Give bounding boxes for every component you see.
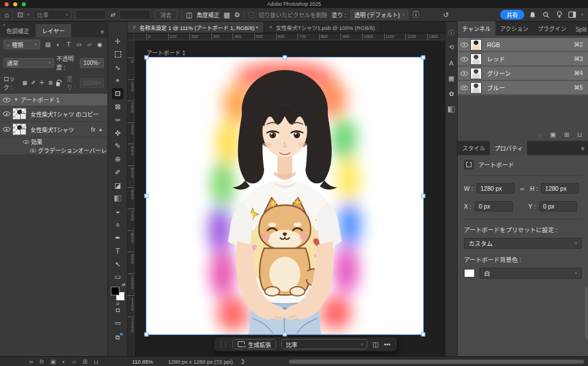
lock-artboard-icon[interactable]: ⊞	[47, 79, 54, 87]
straighten-icon[interactable]: ◫	[186, 11, 192, 18]
preset-select[interactable]: カスタム˅	[464, 238, 582, 249]
link-dimensions-icon[interactable]: ∞	[520, 186, 524, 192]
lock-all-icon[interactable]	[56, 82, 60, 86]
clone-stamp-tool[interactable]: ⊕	[112, 153, 123, 165]
object-selection-tool[interactable]: ⌖	[112, 75, 123, 86]
crop-width-field[interactable]	[75, 10, 106, 20]
search-icon[interactable]	[541, 10, 551, 20]
layer-row-main[interactable]: 女性柴犬Tシャツ fx ▲	[0, 122, 107, 137]
new-channel-icon[interactable]: ⊞	[564, 131, 569, 138]
collapse-panels-icon[interactable]: «	[3, 22, 5, 28]
properties-scrollbar[interactable]	[585, 287, 587, 339]
close-tab-icon[interactable]: ×	[269, 24, 273, 30]
x-field[interactable]: 0 px	[475, 201, 513, 211]
close-window-button[interactable]	[5, 2, 9, 6]
y-field[interactable]: 0 px	[539, 201, 577, 211]
layer-fx-badge[interactable]: fx	[91, 126, 95, 133]
visibility-eye-icon[interactable]	[28, 148, 38, 153]
load-selection-icon[interactable]: ◌	[538, 132, 542, 138]
channel-row-レッド[interactable]: レッド⌘3	[458, 52, 588, 67]
channel-row-グリーン[interactable]: グリーン⌘4	[458, 67, 588, 81]
new-layer-icon[interactable]: ⊞	[83, 359, 87, 365]
status-chevron-icon[interactable]: ❯	[241, 359, 245, 364]
link-layers-icon[interactable]: ∞	[29, 359, 33, 365]
channel-row-RGB[interactable]: RGB⌘2	[458, 38, 588, 52]
tab-panel-1[interactable]: アクション	[496, 21, 533, 36]
generative-expand-button[interactable]: 生成拡張	[233, 339, 276, 349]
visibility-eye-icon[interactable]	[21, 140, 31, 144]
ruler-origin-corner[interactable]	[127, 33, 134, 40]
healing-brush-tool[interactable]: ✜	[112, 128, 123, 139]
collapse-effects-icon[interactable]: ▲	[98, 127, 103, 132]
layer-mask-icon[interactable]: ▣	[51, 359, 56, 365]
artboard-label[interactable]: アートボード 1	[146, 48, 185, 57]
document-tab-2[interactable]: ×女性柴犬Tシャツ1.psb @ 100% (RGB/8)	[264, 22, 381, 33]
crop-tool-caret-icon[interactable]: ˅	[27, 13, 29, 17]
adjustment-layer-icon[interactable]: ◐	[62, 359, 65, 365]
tab-channels[interactable]: チャンネル	[458, 21, 496, 36]
document-tab-1[interactable]: ×名称未設定 1 @ 111% (アートボード 1, RGB/8) *	[127, 22, 264, 33]
selection-handle[interactable]	[421, 333, 425, 337]
gradient-tool[interactable]	[112, 193, 123, 205]
lock-transparency-icon[interactable]: ▦	[21, 79, 28, 87]
history-panel-icon[interactable]: ⟲	[447, 43, 457, 52]
screen-mode-icon[interactable]: ▭	[112, 318, 123, 328]
layer-thumbnail[interactable]	[13, 108, 26, 120]
selection-handle[interactable]	[283, 333, 287, 337]
filter-pixel-layers-icon[interactable]: ▨	[44, 40, 52, 49]
fill-mode-select[interactable]: 透明 (デフォルト)˅	[350, 10, 409, 20]
crop-settings-gear-icon[interactable]: ⚙	[234, 11, 240, 18]
zoom-window-button[interactable]	[22, 2, 26, 6]
glyphs-panel-icon[interactable]: A	[447, 58, 457, 68]
artboard[interactable]	[146, 57, 423, 334]
workspace-caret-icon[interactable]: ˅	[581, 13, 583, 17]
shape-tool[interactable]: ▭	[112, 271, 123, 283]
pen-tool[interactable]: ✒	[112, 232, 123, 244]
workspace-layout-icon[interactable]	[568, 10, 577, 20]
visibility-eye-icon[interactable]	[0, 111, 13, 116]
blur-tool[interactable]: ◒	[112, 206, 123, 217]
eraser-tool[interactable]: ◪	[112, 180, 123, 191]
background-color-select[interactable]: 白˅	[479, 268, 582, 279]
ruler-left[interactable]: 0100200300400500600700800900100011001200	[127, 40, 134, 356]
crop-tool-icon[interactable]: ⊡	[17, 11, 23, 18]
fill-select[interactable]: 100%˅	[80, 78, 104, 88]
selection-handle[interactable]	[421, 194, 425, 198]
notifications-bell-icon[interactable]	[528, 10, 537, 20]
layer-thumbnail[interactable]	[13, 124, 26, 135]
marquee-tool[interactable]	[112, 49, 123, 60]
tab-panel-3[interactable]: Split Rows Pan	[571, 24, 588, 36]
selection-handle[interactable]	[145, 194, 149, 198]
taskbar-grip-handle[interactable]: ⋮⋮	[218, 341, 227, 348]
properties-panel-menu-icon[interactable]: ≡	[581, 145, 585, 152]
save-selection-icon[interactable]: ▣	[550, 131, 556, 138]
discover-lightbulb-icon[interactable]	[555, 10, 564, 20]
visibility-eye-icon[interactable]	[458, 57, 470, 61]
blend-mode-select[interactable]: 通常˅	[3, 58, 54, 68]
crop-ratio-select[interactable]: 比率˅	[33, 10, 71, 20]
reset-icon[interactable]: ↺	[443, 11, 448, 18]
crop-tool[interactable]: ⊡	[112, 88, 123, 99]
dodge-tool[interactable]: ⌽	[112, 219, 123, 230]
zoom-level[interactable]: 110.85%	[132, 359, 153, 365]
height-field[interactable]: 1280 px	[541, 183, 579, 194]
zoom-tool[interactable]: ⌕	[112, 298, 123, 309]
visibility-eye-icon[interactable]	[0, 98, 13, 102]
share-button[interactable]: 共有	[500, 10, 524, 20]
overlay-grid-icon[interactable]: ▦	[223, 11, 230, 18]
lock-pixels-icon[interactable]: ✐	[29, 79, 37, 87]
layer-row-artboard[interactable]: ▼ アートボード 1	[0, 94, 107, 106]
close-tab-icon[interactable]: ×	[133, 24, 136, 30]
history-brush-tool[interactable]: ✐	[112, 167, 123, 178]
info-panel-icon[interactable]: ⓘ	[447, 27, 457, 37]
filter-shape-layers-icon[interactable]: ▭	[75, 40, 83, 49]
path-selection-tool[interactable]: ↖	[112, 259, 123, 270]
taskbar-more-icon[interactable]: •••	[384, 341, 390, 348]
artboard-bg-swatch[interactable]	[464, 269, 475, 278]
visibility-eye-icon[interactable]	[0, 127, 13, 132]
tab-panel-2[interactable]: プラグイン	[533, 21, 571, 36]
visibility-eye-icon[interactable]	[458, 71, 470, 76]
selection-handle[interactable]	[421, 56, 425, 60]
lock-position-icon[interactable]: ✛	[38, 79, 45, 87]
delete-channel-icon[interactable]: ⊔	[577, 131, 582, 138]
